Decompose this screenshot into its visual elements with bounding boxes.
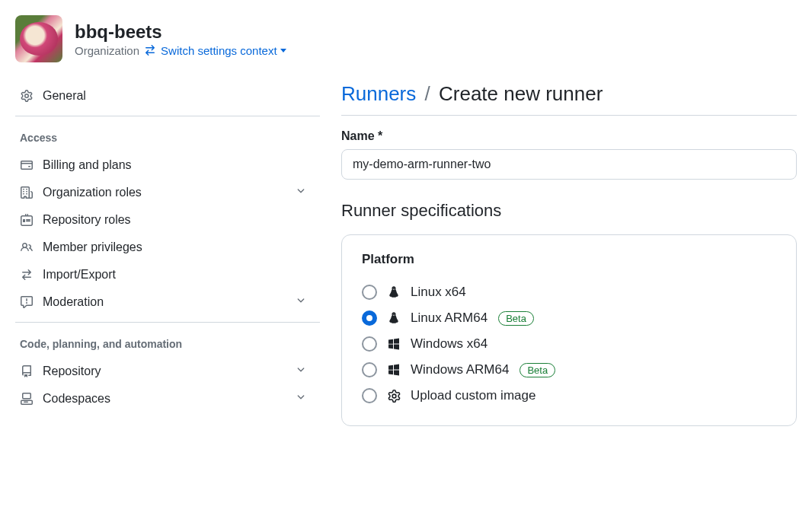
chevron-down-icon: [296, 186, 306, 199]
platform-option-label: Linux ARM64: [411, 310, 488, 326]
platform-option-linux-x64[interactable]: Linux x64: [362, 279, 776, 305]
credit-card-icon: [20, 159, 34, 171]
sidebar-item-member-privileges[interactable]: Member privileges: [15, 234, 320, 261]
radio-icon-selected: [362, 310, 377, 326]
breadcrumb-link-runners[interactable]: Runners: [341, 82, 416, 105]
id-badge-icon: [20, 214, 34, 226]
sidebar-item-label: Billing and plans: [43, 158, 132, 172]
switch-icon: [144, 44, 156, 56]
sidebar-item-label: Codespaces: [43, 392, 110, 406]
platform-option-windows-x64[interactable]: Windows x64: [362, 331, 776, 357]
sidebar-item-label: Member privileges: [43, 240, 142, 254]
sidebar-item-label: Moderation: [43, 295, 104, 309]
chevron-down-icon: [296, 295, 306, 309]
breadcrumb: Runners / Create new runner: [341, 82, 797, 116]
sidebar-item-label: Repository: [43, 365, 101, 378]
sidebar-item-org-roles[interactable]: Organization roles: [15, 179, 320, 206]
switch-context-link[interactable]: Switch settings context: [161, 44, 286, 57]
sidebar-item-repo-roles[interactable]: Repository roles: [15, 206, 320, 234]
sidebar-item-repository[interactable]: Repository: [15, 358, 320, 385]
sidebar-item-general[interactable]: General: [15, 82, 320, 110]
caret-down-icon: [280, 49, 286, 53]
org-header: bbq-beets Organization Switch settings c…: [15, 15, 797, 62]
beta-badge: Beta: [498, 311, 534, 326]
sidebar-item-label: General: [43, 89, 86, 103]
radio-icon: [362, 285, 377, 300]
sidebar-item-import-export[interactable]: Import/Export: [15, 261, 320, 288]
gear-icon: [386, 390, 401, 403]
sidebar-item-label: Repository roles: [43, 213, 131, 227]
name-field-label: Name *: [341, 129, 797, 143]
sidebar-item-codespaces[interactable]: Codespaces: [15, 385, 320, 412]
arrow-switch-icon: [20, 269, 34, 281]
sidebar-item-label: Import/Export: [43, 268, 116, 282]
breadcrumb-separator: /: [425, 82, 430, 105]
linux-icon: [386, 285, 401, 299]
chevron-down-icon: [296, 392, 306, 406]
divider: [15, 116, 320, 116]
organization-icon: [20, 186, 34, 199]
org-name: bbq-beets: [75, 21, 286, 43]
switch-context-label: Switch settings context: [161, 44, 277, 57]
section-heading-code: Code, planning, and automation: [15, 333, 320, 358]
runner-specs-box: Platform Linux x64 Linux ARM64 Beta Wind…: [341, 234, 797, 426]
divider: [15, 322, 320, 323]
breadcrumb-current: Create new runner: [439, 82, 603, 105]
settings-sidebar: General Access Billing and plans Organiz…: [15, 76, 320, 426]
platform-option-label: Upload custom image: [411, 388, 535, 403]
codespaces-icon: [20, 393, 34, 405]
radio-icon: [362, 336, 377, 352]
platform-label: Platform: [362, 252, 776, 267]
sidebar-item-moderation[interactable]: Moderation: [15, 288, 320, 316]
main-content: Runners / Create new runner Name * Runne…: [341, 76, 797, 426]
sidebar-item-label: Organization roles: [43, 186, 142, 199]
radio-icon: [362, 388, 377, 403]
org-type-label: Organization: [75, 44, 139, 57]
platform-option-linux-arm64[interactable]: Linux ARM64 Beta: [362, 305, 776, 331]
people-icon: [20, 241, 34, 253]
org-avatar[interactable]: [15, 15, 62, 62]
chevron-down-icon: [296, 365, 306, 378]
runner-name-input[interactable]: [341, 149, 797, 180]
windows-icon: [386, 364, 401, 376]
runner-specs-heading: Runner specifications: [341, 201, 797, 221]
platform-option-custom-image[interactable]: Upload custom image: [362, 383, 776, 409]
sidebar-item-billing[interactable]: Billing and plans: [15, 151, 320, 179]
gear-icon: [20, 90, 34, 102]
radio-icon: [362, 362, 377, 377]
platform-option-windows-arm64[interactable]: Windows ARM64 Beta: [362, 357, 776, 383]
platform-option-label: Windows x64: [411, 336, 488, 352]
linux-icon: [386, 311, 401, 325]
platform-option-label: Windows ARM64: [411, 362, 509, 377]
repo-icon: [20, 365, 34, 377]
report-icon: [20, 296, 34, 308]
section-heading-access: Access: [15, 127, 320, 151]
beta-badge: Beta: [519, 363, 555, 377]
platform-option-label: Linux x64: [411, 285, 466, 300]
windows-icon: [386, 338, 401, 350]
